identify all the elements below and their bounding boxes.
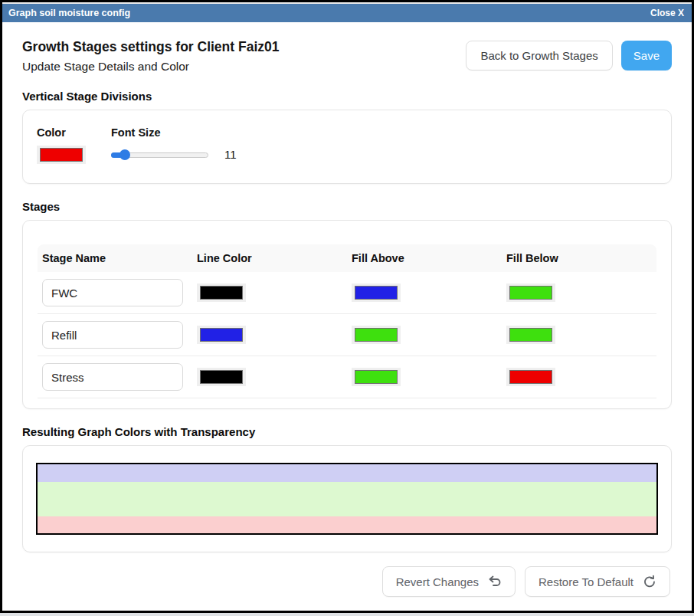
line-color-picker-fwc[interactable] [197,283,246,302]
table-row [38,356,656,398]
column-header-stage-name: Stage Name [38,252,192,264]
stages-card: Stage Name Line Color Fill Above Fill Be… [22,220,672,409]
fill-above-picker-refill[interactable] [352,326,401,344]
slider-thumb[interactable] [119,149,130,160]
fill-above-swatch [355,286,398,300]
color-preview-box [36,463,658,535]
fill-above-picker-fwc[interactable] [352,283,401,302]
division-color-picker[interactable] [37,146,86,164]
line-color-swatch [200,370,243,384]
font-size-group: Font Size 11 [111,126,237,161]
table-row [38,314,656,356]
stage-name-input-stress[interactable] [42,363,183,391]
header-actions: Back to Growth Stages Save [466,41,672,70]
column-header-fill-below: Fill Below [502,252,656,264]
font-size-slider-row: 11 [111,148,237,161]
footer-actions: Revert Changes Restore To Default [22,566,672,597]
undo-icon [488,575,502,588]
preview-band-above [38,464,656,482]
line-color-swatch [200,328,243,342]
header-titles: Growth Stages settings for Client Faiz01… [22,39,279,74]
back-to-growth-stages-button[interactable]: Back to Growth Stages [466,41,612,70]
division-color-label: Color [37,126,86,139]
line-color-picker-stress[interactable] [197,368,246,386]
fill-above-picker-stress[interactable] [352,368,401,386]
division-color-swatch [40,148,83,162]
close-button[interactable]: Close X [650,8,684,18]
fill-below-swatch [509,370,552,384]
fill-below-swatch [509,286,552,300]
preview-card [22,445,672,552]
font-size-value: 11 [224,148,237,161]
background-page-strip [0,613,694,616]
revert-changes-label: Revert Changes [396,575,479,588]
stage-name-input-fwc[interactable] [42,279,183,306]
fill-below-picker-stress[interactable] [506,368,555,386]
page-title: Growth Stages settings for Client Faiz01 [22,39,279,55]
line-color-swatch [200,286,243,300]
divisions-card: Color Font Size 11 [22,110,672,184]
fill-below-swatch [509,328,552,342]
fill-above-swatch [355,328,398,342]
page-header: Growth Stages settings for Client Faiz01… [22,39,672,74]
page-subtitle: Update Stage Details and Color [22,60,279,74]
division-color-group: Color [37,126,86,164]
column-header-line-color: Line Color [192,252,347,264]
preview-band-middle [38,482,656,516]
restore-to-default-label: Restore To Default [539,575,633,588]
fill-above-swatch [355,370,398,384]
soil-moisture-config-modal: Graph soil moisture config Close X Growt… [0,0,694,613]
column-header-fill-above: Fill Above [347,252,502,264]
save-button[interactable]: Save [621,41,672,70]
divisions-heading: Vertical Stage Divisions [22,90,672,103]
line-color-picker-refill[interactable] [197,326,246,344]
modal-title: Graph soil moisture config [8,8,130,18]
table-row [38,272,656,314]
restore-to-default-button[interactable]: Restore To Default [525,566,670,597]
preview-band-below [38,516,656,533]
revert-changes-button[interactable]: Revert Changes [382,566,516,597]
font-size-label: Font Size [111,126,237,139]
fill-below-picker-refill[interactable] [506,326,555,344]
modal-titlebar: Graph soil moisture config Close X [2,4,692,22]
stage-name-input-refill[interactable] [42,321,183,349]
modal-content: Growth Stages settings for Client Faiz01… [2,22,692,611]
stages-heading: Stages [22,200,672,213]
preview-heading: Resulting Graph Colors with Transparency [22,425,672,438]
fill-below-picker-fwc[interactable] [506,283,555,302]
font-size-slider[interactable] [111,149,208,160]
refresh-icon [643,575,656,588]
stages-table-header: Stage Name Line Color Fill Above Fill Be… [38,244,656,272]
